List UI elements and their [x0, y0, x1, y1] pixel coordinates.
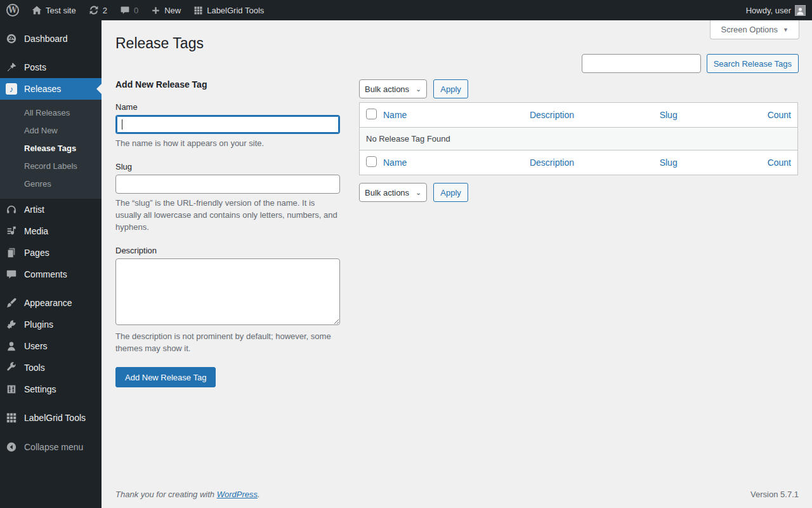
- chevron-down-icon: ⌄: [416, 85, 421, 93]
- search-input[interactable]: [582, 54, 701, 73]
- apply-button-bottom[interactable]: Apply: [433, 183, 468, 202]
- sidebar-item-releases[interactable]: ♪ Releases: [0, 78, 102, 100]
- comment-icon: [5, 268, 18, 281]
- sidebar-item-label: Users: [24, 341, 48, 351]
- updates-count: 2: [103, 6, 107, 15]
- sidebar-item-label: Releases: [24, 84, 61, 94]
- submenu-item-genres[interactable]: Genres: [0, 175, 102, 193]
- account-menu[interactable]: Howdy, user: [740, 0, 812, 20]
- menu-separator: [0, 400, 102, 407]
- howdy-label: Howdy, user: [746, 6, 791, 15]
- bulk-actions-select-bottom[interactable]: Bulk actions ⌄: [359, 183, 427, 202]
- pin-icon: [5, 61, 18, 74]
- submenu-item-record-labels[interactable]: Record Labels: [0, 157, 102, 175]
- apply-button-top[interactable]: Apply: [433, 79, 468, 98]
- sort-by-slug-link[interactable]: Slug: [660, 157, 678, 168]
- sidebar-item-settings[interactable]: Settings: [0, 378, 102, 400]
- admin-sidebar: Dashboard Posts ♪ Releases All Releases …: [0, 20, 102, 508]
- sidebar-item-users[interactable]: Users: [0, 335, 102, 357]
- media-icon: [5, 225, 18, 237]
- sidebar-item-label: Artist: [24, 204, 44, 215]
- sidebar-item-media[interactable]: Media: [0, 220, 102, 242]
- sidebar-item-comments[interactable]: Comments: [0, 264, 102, 285]
- slug-label: Slug: [115, 162, 340, 171]
- bulk-actions-select[interactable]: Bulk actions ⌄: [359, 79, 427, 98]
- submenu-item-all-releases[interactable]: All Releases: [0, 104, 102, 122]
- bulk-actions-label: Bulk actions: [365, 188, 409, 197]
- comments-menu[interactable]: 0: [114, 0, 145, 20]
- sidebar-item-label: Posts: [24, 62, 46, 72]
- sidebar-item-dashboard[interactable]: Dashboard: [0, 28, 102, 50]
- site-name-label: Test site: [46, 6, 76, 15]
- columns: Add New Release Tag Name The name is how…: [102, 79, 812, 387]
- sidebar-item-appearance[interactable]: Appearance: [0, 292, 102, 314]
- labelgrid-tools-label: LabelGrid Tools: [207, 6, 264, 15]
- sort-by-count-link[interactable]: Count: [768, 110, 791, 120]
- text-cursor: [122, 119, 122, 130]
- name-label: Name: [115, 102, 340, 112]
- sidebar-item-label: Appearance: [24, 298, 72, 308]
- sidebar-item-label: Pages: [24, 248, 49, 258]
- comments-count: 0: [134, 6, 138, 15]
- footer: Thank you for creating with WordPress. V…: [102, 490, 812, 508]
- new-menu[interactable]: New: [145, 0, 187, 20]
- sort-by-description-link[interactable]: Description: [530, 157, 574, 168]
- sort-by-count-link[interactable]: Count: [768, 157, 791, 168]
- sort-by-name-link[interactable]: Name: [383, 110, 407, 120]
- grid-icon: [193, 6, 203, 15]
- comment-bubble-icon: [120, 5, 130, 15]
- sort-by-description-link[interactable]: Description: [530, 110, 574, 120]
- plug-icon: [5, 318, 18, 331]
- menu-separator: [0, 285, 102, 292]
- select-all-checkbox-bottom[interactable]: [366, 156, 377, 167]
- collapse-icon: [5, 441, 18, 453]
- music-note-icon: ♪: [5, 83, 18, 95]
- name-input[interactable]: [115, 115, 340, 134]
- plus-icon: [151, 6, 160, 15]
- description-textarea[interactable]: [115, 258, 340, 325]
- sidebar-item-labelgrid-tools[interactable]: LabelGrid Tools: [0, 407, 102, 429]
- sidebar-item-label: Plugins: [24, 319, 53, 330]
- sidebar-item-pages[interactable]: Pages: [0, 242, 102, 264]
- labelgrid-tools-menu[interactable]: LabelGrid Tools: [187, 0, 270, 20]
- page-title: Release Tags: [115, 34, 799, 53]
- sidebar-item-label: Tools: [24, 363, 45, 373]
- site-name-menu[interactable]: Test site: [25, 0, 82, 20]
- select-all-checkbox-top[interactable]: [366, 109, 377, 119]
- slug-input[interactable]: [115, 175, 340, 194]
- bulk-actions-label: Bulk actions: [365, 84, 409, 94]
- avatar: [795, 5, 806, 16]
- updates-menu[interactable]: 2: [82, 0, 114, 20]
- add-new-release-tag-button[interactable]: Add New Release Tag: [115, 367, 216, 387]
- sidebar-item-label: Comments: [24, 269, 67, 279]
- footer-thanks: Thank you for creating with WordPress.: [115, 490, 260, 499]
- wordpress-logo-icon: W: [6, 4, 19, 17]
- empty-row: No Release Tag Found: [360, 128, 798, 150]
- admin-bar: W Test site 2 0 New: [0, 0, 812, 20]
- wrench-icon: [5, 361, 18, 374]
- sort-by-slug-link[interactable]: Slug: [660, 110, 678, 120]
- sidebar-item-posts[interactable]: Posts: [0, 57, 102, 78]
- add-tag-form: Add New Release Tag Name The name is how…: [115, 79, 340, 387]
- search-release-tags-button[interactable]: Search Release Tags: [707, 54, 799, 73]
- submenu-item-add-new[interactable]: Add New: [0, 122, 102, 140]
- sidebar-item-label: LabelGrid Tools: [24, 413, 86, 423]
- collapse-menu-button[interactable]: Collapse menu: [0, 436, 102, 458]
- search-form: Search Release Tags: [582, 54, 799, 73]
- home-icon: [32, 5, 42, 15]
- wordpress-link[interactable]: WordPress: [217, 490, 258, 499]
- chevron-down-icon: ⌄: [416, 189, 421, 197]
- sidebar-item-label: Settings: [24, 384, 56, 394]
- sidebar-item-label: Collapse menu: [24, 442, 83, 452]
- table-header-row: Name Description Slug Count: [360, 103, 798, 128]
- sidebar-item-artist[interactable]: Artist: [0, 199, 102, 220]
- sidebar-item-tools[interactable]: Tools: [0, 357, 102, 378]
- wordpress-logo-menu[interactable]: W: [0, 0, 25, 20]
- releases-submenu: All Releases Add New Release Tags Record…: [0, 100, 102, 199]
- sidebar-item-plugins[interactable]: Plugins: [0, 314, 102, 335]
- sort-by-name-link[interactable]: Name: [383, 157, 407, 168]
- submenu-item-release-tags[interactable]: Release Tags: [0, 140, 102, 157]
- empty-message: No Release Tag Found: [360, 128, 798, 150]
- main-content: Screen Options ▼ Release Tags Search Rel…: [102, 20, 812, 508]
- bulk-actions-toolbar-bottom: Bulk actions ⌄ Apply: [359, 183, 798, 202]
